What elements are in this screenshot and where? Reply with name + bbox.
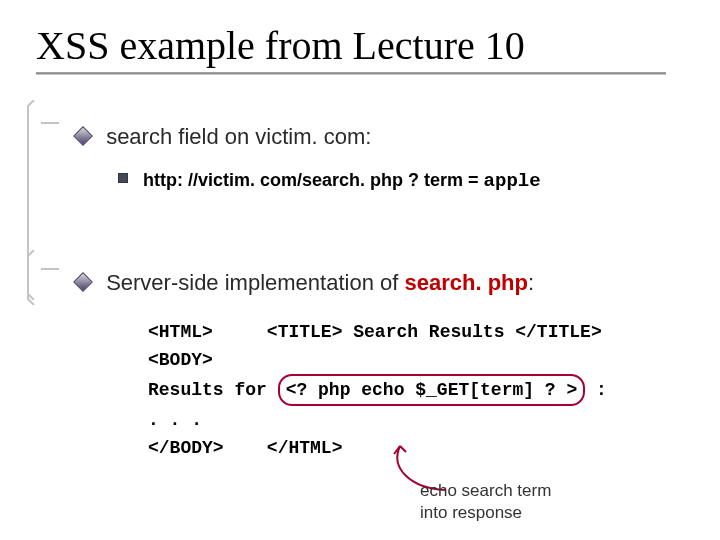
ornament-tick-1 — [41, 122, 59, 124]
bullet-2-text-a: Server-side implementation of — [106, 270, 404, 295]
code-html-tag: <HTML> — [148, 322, 213, 342]
square-bullet-icon — [118, 173, 128, 183]
code-body-close: </BODY> — [148, 438, 224, 458]
bullet-2-text-c: : — [528, 270, 534, 295]
ornament-bracket-2 — [26, 250, 36, 305]
annotation-text: echo search term into response — [420, 480, 551, 524]
url-prefix: http: //victim. com/search. php ? term = — [143, 170, 484, 190]
bullet-1-sub: http: //victim. com/search. php ? term =… — [118, 170, 541, 192]
code-line-3: Results for <? php echo $_GET[term] ? > … — [148, 374, 607, 406]
url-term: apple — [484, 170, 541, 192]
diamond-bullet-icon — [73, 126, 93, 146]
ornament-tick-2 — [41, 268, 59, 270]
code-line-4: . . . — [148, 406, 607, 434]
annotation-line-1: echo search term — [420, 480, 551, 502]
bullet-2-filename: search. php — [404, 270, 527, 295]
annotation-line-2: into response — [420, 502, 551, 524]
code-title-tag: <TITLE> Search Results </TITLE> — [267, 322, 602, 342]
code-line-2: <BODY> — [148, 346, 607, 374]
code-colon: : — [585, 380, 607, 400]
title-underline — [36, 72, 666, 75]
bullet-1: search field on victim. com: — [76, 124, 371, 150]
diamond-bullet-icon — [73, 272, 93, 292]
bullet-1-text: search field on victim. com: — [106, 124, 371, 149]
highlighted-php-echo: <? php echo $_GET[term] ? > — [278, 374, 586, 406]
slide-title: XSS example from Lecture 10 — [36, 22, 525, 69]
code-results-for: Results for — [148, 380, 278, 400]
code-line-1: <HTML> <TITLE> Search Results </TITLE> — [148, 318, 607, 346]
bullet-2: Server-side implementation of search. ph… — [76, 270, 534, 296]
code-html-close: </HTML> — [267, 438, 343, 458]
